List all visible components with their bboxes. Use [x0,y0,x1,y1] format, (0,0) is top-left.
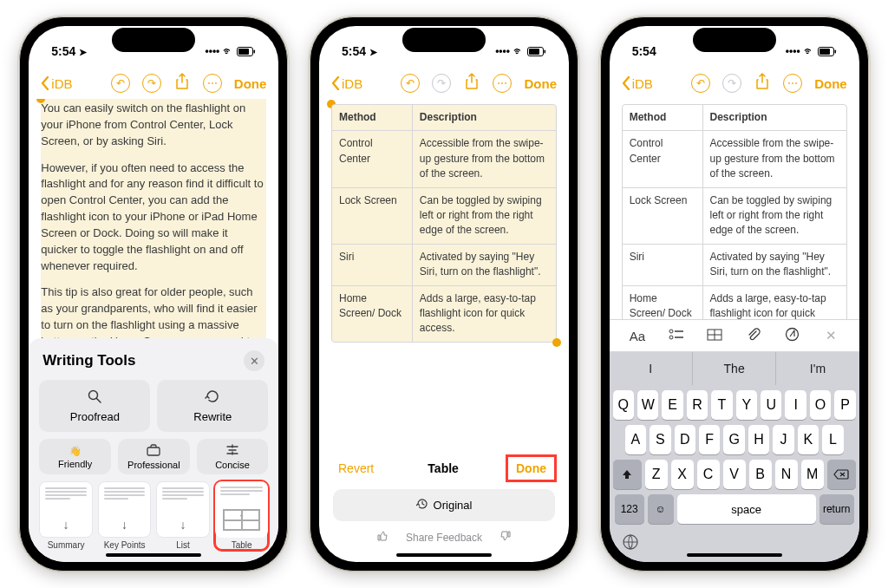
table-cell: Home Screen/ Dock [623,286,703,319]
summary-card[interactable]: ↓ [39,481,93,538]
home-indicator[interactable] [687,553,782,557]
return-key[interactable]: return [819,494,854,524]
magnifier-icon [87,389,102,407]
text-style-button[interactable]: Aa [625,329,650,343]
attachment-icon[interactable] [741,328,766,344]
share-icon[interactable] [754,73,771,94]
key[interactable]: F [699,425,720,454]
done-button[interactable]: Done [507,456,555,480]
key[interactable]: L [822,425,843,454]
note-content[interactable]: You can easily switch on the flashlight … [29,99,278,338]
key[interactable]: R [687,390,708,420]
paragraph: This tip is also great for older people,… [41,284,266,338]
space-key[interactable]: space [677,494,816,524]
generated-table[interactable]: MethodDescription Control CenterAccessib… [331,104,557,343]
numbers-key[interactable]: 123 [615,494,644,524]
nav-bar: iDB ↶ ↷ ⋯ Done [29,68,278,99]
friendly-button[interactable]: 👋 Friendly [39,439,111,474]
checklist-icon[interactable] [664,329,689,343]
key[interactable]: O [810,390,831,420]
history-icon [416,498,428,513]
suggestion[interactable]: I [610,352,693,385]
table-cell: Siri [623,245,703,285]
table-cell: Adds a large, easy-to-tap flashlight ico… [413,286,556,342]
revert-button[interactable]: Revert [333,458,379,479]
key[interactable]: S [650,425,670,454]
done-button[interactable]: Done [524,76,557,91]
suggestion[interactable]: The [693,352,776,385]
key[interactable]: C [697,460,720,489]
key[interactable]: U [761,390,781,420]
keyboard: Q W E R T Y U I O P A S D F G H J K L [610,385,859,562]
concise-icon [225,444,239,458]
result-title: Table [428,461,459,475]
key[interactable]: M [801,460,824,489]
key[interactable]: G [723,425,744,454]
original-button[interactable]: Original [333,489,555,521]
generated-table[interactable]: MethodDescription Control CenterAccessib… [622,104,847,319]
undo-icon[interactable]: ↶ [111,74,130,93]
more-icon[interactable]: ⋯ [203,74,222,93]
briefcase-icon [147,444,160,458]
rewrite-button[interactable]: Rewrite [157,380,268,432]
key[interactable]: T [711,390,732,420]
writing-tools-panel: Writing Tools ✕ Proofread Rewrite [29,338,278,562]
back-button[interactable]: iDB [331,76,362,91]
backspace-key[interactable] [827,460,856,489]
thumbs-up-icon[interactable] [376,530,388,545]
share-icon[interactable] [173,73,191,94]
key[interactable]: V [723,460,746,489]
table-cell: Adds a large, easy-to-tap flashlight ico… [703,286,846,319]
done-button[interactable]: Done [234,76,267,91]
share-icon[interactable] [463,73,480,94]
proofread-button[interactable]: Proofread [39,380,150,432]
close-keyboard-icon[interactable]: ✕ [819,328,843,343]
markup-icon[interactable] [780,327,805,344]
close-icon[interactable]: ✕ [244,350,264,371]
emoji-key[interactable]: ☺ [648,494,674,524]
key[interactable]: A [625,425,646,454]
thumbs-down-icon[interactable] [500,530,512,545]
key[interactable]: E [662,390,682,420]
table-card[interactable]: ↓ [215,481,269,538]
shift-key[interactable] [613,460,642,489]
key[interactable]: N [775,460,798,489]
keypoints-card[interactable]: ↓ [98,481,152,538]
list-card[interactable]: ↓ [156,481,210,538]
note-content[interactable]: MethodDescription Control CenterAccessib… [319,99,569,448]
key[interactable]: P [834,390,855,420]
key[interactable]: X [671,460,694,489]
key[interactable]: K [798,425,819,454]
key[interactable]: Z [645,460,668,489]
professional-button[interactable]: Professional [118,439,190,474]
svg-rect-6 [529,49,539,55]
key[interactable]: D [675,425,695,454]
back-button[interactable]: iDB [622,76,653,91]
home-indicator[interactable] [396,553,492,557]
key[interactable]: J [773,425,793,454]
key[interactable]: Q [613,390,634,420]
more-icon[interactable]: ⋯ [783,74,802,93]
globe-icon[interactable] [622,533,639,554]
home-indicator[interactable] [106,553,201,557]
key[interactable]: I [785,390,806,420]
note-content[interactable]: MethodDescription Control CenterAccessib… [610,99,859,319]
status-icons: ••••ᯤ [786,46,837,56]
key[interactable]: H [748,425,769,454]
key[interactable]: W [637,390,658,420]
back-button[interactable]: iDB [41,76,72,91]
redo-icon[interactable]: ↷ [142,74,161,93]
svg-rect-7 [544,49,545,53]
undo-icon[interactable]: ↶ [401,74,420,93]
table-icon[interactable] [702,329,727,343]
more-icon[interactable]: ⋯ [493,74,512,93]
undo-icon[interactable]: ↶ [691,74,710,93]
key[interactable]: B [749,460,772,489]
redo-icon: ↷ [722,74,741,93]
svg-point-12 [669,336,673,339]
concise-button[interactable]: Concise [197,439,269,474]
done-button[interactable]: Done [814,76,847,91]
key[interactable]: Y [736,390,757,420]
suggestion[interactable]: I'm [776,352,859,385]
feedback-label[interactable]: Share Feedback [406,532,482,544]
